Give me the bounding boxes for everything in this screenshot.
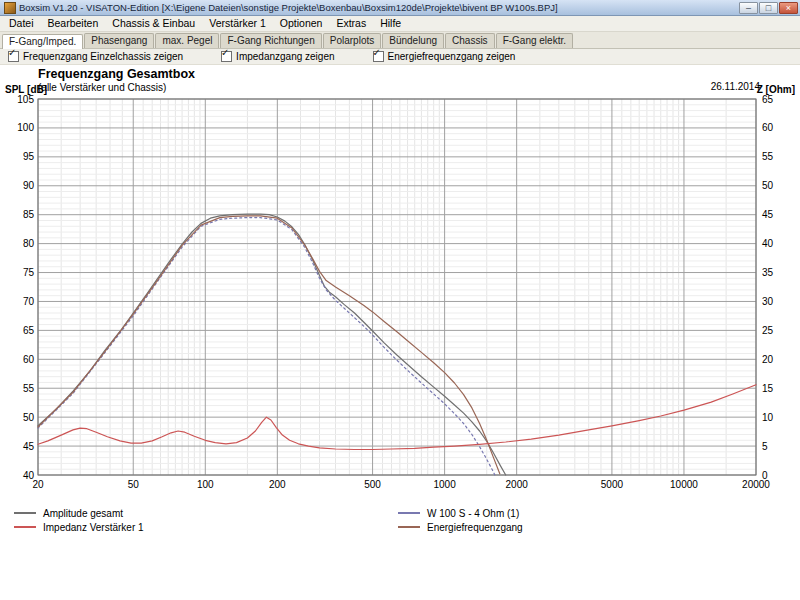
svg-text:50: 50 (762, 180, 774, 191)
svg-text:50: 50 (128, 479, 140, 490)
svg-text:60: 60 (23, 354, 35, 365)
tab-buendelung[interactable]: Bündelung (382, 33, 444, 48)
svg-text:55: 55 (23, 383, 35, 394)
legend-label: Energiefrequenzgang (427, 522, 523, 533)
menu-verstaerker-1[interactable]: Verstärker 1 (202, 16, 273, 31)
svg-text:10: 10 (762, 412, 774, 423)
checkbox-label: Impedanzgang zeigen (236, 51, 334, 62)
tab-bar: F-Gang/Imped. Phasengang max. Pegel F-Ga… (0, 32, 800, 49)
svg-text:90: 90 (23, 180, 35, 191)
tab-fgang-elektr[interactable]: F-Gang elektr. (496, 33, 573, 48)
svg-text:20: 20 (762, 354, 774, 365)
svg-text:65: 65 (23, 325, 35, 336)
menu-datei[interactable]: Datei (2, 16, 41, 31)
svg-text:60: 60 (762, 122, 774, 133)
legend-swatch-impedanz (14, 526, 36, 528)
svg-text:75: 75 (23, 267, 35, 278)
check-mark-icon: ✓ (8, 48, 16, 58)
svg-text:70: 70 (23, 296, 35, 307)
minimize-button[interactable]: – (739, 2, 758, 14)
legend-label: W 100 S - 4 Ohm (1) (427, 508, 519, 519)
svg-text:100: 100 (197, 479, 214, 490)
legend-swatch-amplitude (14, 512, 36, 514)
svg-text:15: 15 (762, 383, 774, 394)
tab-chassis[interactable]: Chassis (445, 33, 495, 48)
chart-legend: Amplitude gesamt Impedanz Verstärker 1 W… (0, 507, 800, 537)
check-mark-icon: ✓ (221, 48, 229, 58)
svg-text:50: 50 (23, 412, 35, 423)
svg-text:80: 80 (23, 238, 35, 249)
svg-text:25: 25 (762, 325, 774, 336)
maximize-button[interactable]: □ (759, 2, 778, 14)
frequency-response-chart: 4045505560657075808590951001050510152025… (0, 65, 800, 505)
svg-text:85: 85 (23, 209, 35, 220)
checkbox-label: Energiefrequenzgang zeigen (388, 51, 516, 62)
option-bar: ✓ Frequenzgang Einzelchassis zeigen ✓ Im… (0, 49, 800, 65)
checkbox-impedanzgang[interactable]: ✓ Impedanzgang zeigen (221, 51, 334, 62)
legend-energiefrequenzgang: Energiefrequenzgang (398, 521, 523, 533)
menu-bar: Datei Bearbeiten Chassis & Einbau Verstä… (0, 16, 800, 32)
svg-text:40: 40 (762, 238, 774, 249)
tab-polarplots[interactable]: Polarplots (323, 33, 381, 48)
svg-text:100: 100 (17, 122, 34, 133)
checkbox-energiefrequenzgang[interactable]: ✓ Energiefrequenzgang zeigen (373, 51, 516, 62)
menu-hilfe[interactable]: Hilfe (373, 16, 408, 31)
checkbox-label: Frequenzgang Einzelchassis zeigen (23, 51, 183, 62)
tab-fgang-richtungen[interactable]: F-Gang Richtungen (220, 33, 321, 48)
tab-phasengang[interactable]: Phasengang (84, 33, 154, 48)
checkbox-icon[interactable]: ✓ (221, 51, 232, 62)
svg-text:5000: 5000 (601, 479, 624, 490)
legend-swatch-w100s (398, 512, 420, 514)
legend-amplitude-gesamt: Amplitude gesamt (14, 507, 123, 519)
svg-text:45: 45 (23, 441, 35, 452)
menu-optionen[interactable]: Optionen (273, 16, 330, 31)
svg-text:200: 200 (269, 479, 286, 490)
title-bar: Boxsim V1.20 - VISATON-Edition [X:\Eigen… (0, 0, 800, 16)
check-mark-icon: ✓ (373, 48, 381, 58)
svg-text:20: 20 (32, 479, 44, 490)
close-button[interactable]: × (779, 2, 798, 14)
window-controls: – □ × (738, 2, 798, 14)
checkbox-icon[interactable]: ✓ (8, 51, 19, 62)
svg-text:30: 30 (762, 296, 774, 307)
svg-text:5: 5 (762, 441, 768, 452)
app-icon (4, 2, 16, 14)
legend-label: Impedanz Verstärker 1 (43, 522, 144, 533)
svg-text:105: 105 (17, 94, 34, 105)
checkbox-icon[interactable]: ✓ (373, 51, 384, 62)
legend-w100s: W 100 S - 4 Ohm (1) (398, 507, 519, 519)
svg-text:45: 45 (762, 209, 774, 220)
checkbox-frequenzgang-einzelchassis[interactable]: ✓ Frequenzgang Einzelchassis zeigen (8, 51, 183, 62)
menu-chassis-einbau[interactable]: Chassis & Einbau (105, 16, 202, 31)
svg-text:10000: 10000 (670, 479, 698, 490)
window-title: Boxsim V1.20 - VISATON-Edition [X:\Eigen… (19, 2, 738, 13)
svg-text:65: 65 (762, 94, 774, 105)
svg-text:95: 95 (23, 151, 35, 162)
legend-impedanz-verstaerker-1: Impedanz Verstärker 1 (14, 521, 144, 533)
svg-text:35: 35 (762, 267, 774, 278)
svg-text:500: 500 (364, 479, 381, 490)
legend-swatch-energie (398, 526, 420, 528)
legend-label: Amplitude gesamt (43, 508, 123, 519)
menu-extras[interactable]: Extras (329, 16, 373, 31)
chart-panel: Frequenzgang Gesamtbox (alle Verstärker … (0, 65, 800, 600)
svg-text:55: 55 (762, 151, 774, 162)
svg-text:20000: 20000 (742, 479, 770, 490)
svg-text:2000: 2000 (506, 479, 529, 490)
menu-bearbeiten[interactable]: Bearbeiten (41, 16, 106, 31)
svg-text:1000: 1000 (433, 479, 456, 490)
tab-max-pegel[interactable]: max. Pegel (155, 33, 219, 48)
